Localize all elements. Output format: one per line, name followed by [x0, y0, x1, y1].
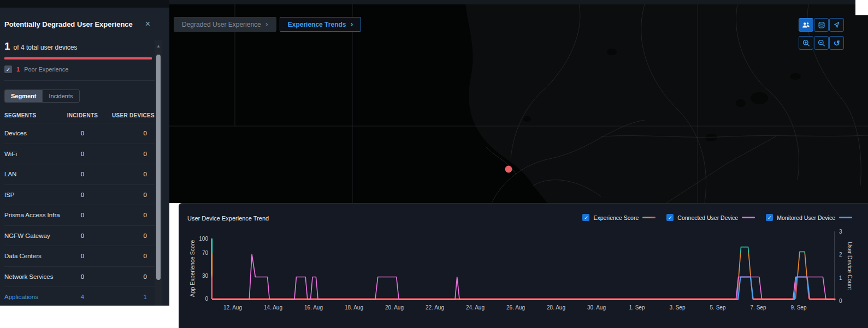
user-devices-value: 0 [102, 253, 155, 259]
segments-table: Devices00WiFi00LAN00ISP00Prisma Access I… [4, 123, 155, 307]
chevron-right-icon: › [265, 20, 268, 28]
table-row-ngfw-gateway[interactable]: NGFW Gateway00 [4, 225, 155, 246]
left-axis-tick: 0 [205, 296, 208, 302]
tab-segment[interactable]: Segment [5, 90, 42, 102]
legend-experience-score: ✓ Experience Score [582, 214, 656, 221]
navigation-icon[interactable] [829, 18, 844, 32]
left-axis-tick: 100 [199, 236, 208, 242]
user-devices-value: 0 [102, 130, 155, 136]
scrollbar-thumb[interactable] [156, 55, 161, 280]
x-axis-tick: 1. Sep [629, 305, 645, 311]
legend-connected-user-device: ✓ Connected User Device [666, 214, 755, 221]
x-axis-tick: 26. Aug [506, 305, 525, 311]
x-axis-tick: 16. Aug [304, 305, 323, 311]
zoom-in-icon[interactable] [799, 36, 813, 50]
summary-count: 1 [4, 40, 10, 52]
right-axis-tick: 1 [839, 275, 842, 281]
trend-chart: 10070300321012. Aug14. Aug16. Aug18. Aug… [179, 203, 868, 328]
close-icon[interactable]: × [143, 20, 152, 28]
segment-label: Prisma Access Infra [4, 212, 63, 218]
user-devices-value: 0 [102, 192, 155, 198]
trend-chart-panel: 10070300321012. Aug14. Aug16. Aug18. Aug… [179, 203, 868, 328]
right-axis-tick: 3 [839, 229, 842, 235]
table-row-prisma-access-infra[interactable]: Prisma Access Infra00 [4, 205, 155, 225]
layers-icon[interactable] [814, 18, 829, 32]
incidents-value: 0 [63, 212, 102, 218]
header-incidents: INCIDENTS [63, 112, 102, 118]
poor-experience-checkbox[interactable]: ✓ [4, 65, 12, 73]
x-axis-tick: 18. Aug [345, 305, 363, 311]
reset-icon[interactable]: ↺ [829, 36, 844, 50]
left-chrome [0, 0, 169, 8]
segment-label: ISP [4, 192, 63, 198]
legend-checkbox[interactable]: ✓ [766, 214, 773, 221]
zoom-out-icon[interactable] [814, 36, 829, 50]
panel-title: Potentially Degraded User Experience [4, 20, 133, 28]
table-row-isp[interactable]: ISP00 [4, 184, 155, 205]
breadcrumb: Degraded User Experience › Experience Tr… [174, 17, 361, 32]
table-row-applications[interactable]: Applications41› [4, 287, 155, 307]
experience-trends-label: Experience Trends [288, 21, 346, 28]
degraded-user-experience-button[interactable]: Degraded User Experience › [174, 17, 276, 32]
user-devices-value: 1 [102, 294, 155, 300]
map-canvas[interactable] [169, 4, 868, 203]
user-devices-value: 0 [102, 232, 155, 239]
scroll-up-icon[interactable]: ▲ [155, 44, 162, 49]
left-axis-tick: 30 [202, 273, 209, 279]
left-axis-band [211, 238, 212, 299]
x-axis-tick: 3. Sep [670, 305, 686, 311]
table-header: SEGMENTS INCIDENTS USER DEVICES [4, 112, 155, 118]
incidents-value: 0 [63, 130, 102, 136]
tab-incidents[interactable]: Incidents [42, 90, 79, 102]
experience-trends-button[interactable]: Experience Trends › [280, 17, 362, 32]
right-axis-tick: 0 [839, 298, 842, 304]
white-notch [855, 0, 868, 15]
header-user-devices: USER DEVICES [102, 112, 155, 118]
poor-experience-bar [4, 57, 152, 59]
chevron-right-icon: › [350, 20, 353, 28]
segment-label: Network Services [4, 273, 63, 280]
screen: Degraded User Experience › Experience Tr… [0, 0, 868, 328]
legend-checkbox[interactable]: ✓ [666, 214, 674, 221]
segment-label: Devices [4, 130, 63, 136]
incidents-value: 0 [63, 232, 102, 239]
filter-label: Poor Experience [24, 66, 68, 73]
segment-incidents-tabs: Segment Incidents [4, 90, 80, 103]
chart-legend: ✓ Experience Score ✓ Connected User Devi… [582, 214, 852, 221]
legend-checkbox[interactable]: ✓ [582, 214, 589, 221]
left-axis-title: App Experience Score [189, 240, 196, 297]
segment-label[interactable]: Applications [4, 294, 63, 300]
header-segments: SEGMENTS [4, 112, 63, 118]
table-row-network-services[interactable]: Network Services00 [4, 266, 155, 287]
filter-count: 1 [16, 66, 20, 73]
right-axis-title: User Device Count [847, 242, 853, 290]
device-summary: 1 of 4 total user devices [4, 40, 155, 52]
segment-label: NGFW Gateway [4, 232, 63, 239]
table-row-devices[interactable]: Devices00 [4, 123, 155, 144]
x-axis-tick: 22. Aug [426, 305, 444, 311]
legend-monitored-user-device: ✓ Monitored User Device [766, 214, 852, 221]
summary-text: of 4 total user devices [14, 44, 78, 51]
experience-score-swatch [642, 217, 656, 218]
user-devices-value: 0 [102, 151, 155, 157]
user-devices-value: 0 [102, 212, 155, 218]
incidents-value: 0 [63, 151, 102, 157]
chart-title: User Device Experience Trend [187, 215, 269, 222]
table-row-lan[interactable]: LAN00 [4, 164, 155, 184]
user-devices-value: 0 [102, 171, 155, 177]
poor-experience-filter: ✓ 1 Poor Experience [4, 65, 155, 73]
x-axis-tick: 5. Sep [710, 305, 726, 311]
incidents-value: 4 [63, 294, 102, 300]
incidents-value: 0 [63, 253, 102, 259]
monitored-user-device-swatch [839, 217, 852, 218]
segment-label: Data Centers [4, 253, 63, 259]
table-row-data-centers[interactable]: Data Centers00 [4, 246, 155, 266]
table-row-wifi[interactable]: WiFi00 [4, 144, 155, 164]
divider [4, 80, 155, 81]
series-connected-user-device [212, 254, 835, 300]
left-axis-tick: 70 [202, 250, 209, 256]
x-axis-tick: 12. Aug [223, 305, 242, 311]
map-marker[interactable] [505, 166, 512, 173]
scrollbar[interactable]: ▲ [155, 40, 162, 306]
users-icon[interactable] [799, 18, 813, 32]
